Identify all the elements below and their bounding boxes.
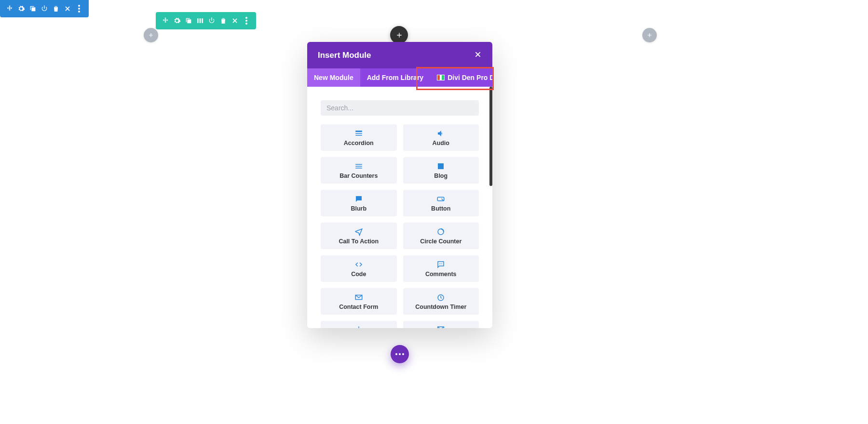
add-module-center[interactable] xyxy=(390,26,408,44)
module-grid: AccordionAudioBar CountersBlogBlurbButto… xyxy=(321,124,479,328)
modal-body: AccordionAudioBar CountersBlogBlurbButto… xyxy=(307,87,492,328)
close-icon[interactable] xyxy=(62,3,73,14)
page-settings-fab[interactable] xyxy=(391,345,409,363)
power-icon[interactable] xyxy=(39,3,50,14)
module-label: Accordion xyxy=(344,140,374,146)
module-item-code[interactable]: Code xyxy=(321,255,397,282)
close-icon[interactable] xyxy=(229,15,241,26)
divi-den-icon xyxy=(437,75,445,80)
module-item-contact-form[interactable]: Contact Form xyxy=(321,288,397,315)
tab-new-module[interactable]: New Module xyxy=(307,68,360,87)
add-module-right[interactable] xyxy=(642,28,657,42)
tab-add-from-library[interactable]: Add From Library xyxy=(360,68,430,87)
svg-rect-7 xyxy=(355,133,362,134)
move-icon[interactable] xyxy=(4,3,15,14)
module-item-button[interactable]: Button xyxy=(403,190,479,216)
insert-module-modal: Insert Module New Module Add From Librar… xyxy=(307,42,492,328)
module-label: Audio xyxy=(433,140,449,146)
module-item-countdown-timer[interactable]: Countdown Timer xyxy=(403,288,479,315)
module-label: Code xyxy=(351,271,366,278)
tab-label: Add From Library xyxy=(367,74,423,81)
scrollbar-thumb[interactable] xyxy=(489,87,492,186)
module-label: Contact Form xyxy=(339,304,378,310)
tab-label: New Module xyxy=(314,74,353,81)
svg-point-16 xyxy=(442,263,443,264)
trash-icon[interactable] xyxy=(50,3,62,14)
duplicate-icon[interactable] xyxy=(183,15,194,26)
close-icon[interactable] xyxy=(474,51,482,60)
module-label: Bar Counters xyxy=(339,172,378,179)
more-icon[interactable] xyxy=(73,3,85,14)
trash-icon[interactable] xyxy=(217,15,229,26)
svg-rect-8 xyxy=(355,135,362,136)
svg-point-14 xyxy=(439,263,440,264)
svg-point-4 xyxy=(245,20,247,22)
modal-title: Insert Module xyxy=(318,51,371,60)
module-item-partial-13[interactable] xyxy=(403,321,479,328)
module-item-accordion[interactable]: Accordion xyxy=(321,124,397,151)
module-item-circle-counter[interactable]: Circle Counter xyxy=(403,223,479,249)
tab-label: Divi Den Pro DM xyxy=(448,74,492,81)
modal-scroll-area[interactable]: AccordionAudioBar CountersBlogBlurbButto… xyxy=(307,87,492,328)
svg-point-2 xyxy=(78,11,80,13)
module-label: Blog xyxy=(434,172,448,179)
module-item-blog[interactable]: Blog xyxy=(403,157,479,184)
tab-divi-den-pro[interactable]: Divi Den Pro DM xyxy=(430,68,492,87)
module-label: Comments xyxy=(425,271,457,278)
module-label: Button xyxy=(431,205,450,212)
svg-rect-6 xyxy=(355,131,362,132)
module-item-partial-12[interactable] xyxy=(321,321,397,328)
more-icon[interactable] xyxy=(241,15,252,26)
module-label: Circle Counter xyxy=(420,238,461,245)
duplicate-icon[interactable] xyxy=(27,3,39,14)
modal-tabs: New Module Add From Library Divi Den Pro… xyxy=(307,68,492,87)
module-item-bar-counters[interactable]: Bar Counters xyxy=(321,157,397,184)
module-item-audio[interactable]: Audio xyxy=(403,124,479,151)
svg-rect-10 xyxy=(355,166,362,167)
module-label: Call To Action xyxy=(339,238,379,245)
power-icon[interactable] xyxy=(206,15,217,26)
module-item-blurb[interactable]: Blurb xyxy=(321,190,397,216)
module-label: Blurb xyxy=(351,205,366,212)
section-toolbar xyxy=(0,0,89,17)
modal-header: Insert Module xyxy=(307,42,492,68)
svg-rect-9 xyxy=(355,164,362,165)
search-input[interactable] xyxy=(321,100,479,116)
module-item-call-to-action[interactable]: Call To Action xyxy=(321,223,397,249)
svg-point-15 xyxy=(441,263,442,264)
move-icon[interactable] xyxy=(160,15,171,26)
gear-icon[interactable] xyxy=(171,15,183,26)
gear-icon[interactable] xyxy=(15,3,27,14)
module-label: Countdown Timer xyxy=(415,304,466,310)
svg-point-5 xyxy=(245,23,247,25)
row-toolbar xyxy=(156,12,256,29)
columns-icon[interactable] xyxy=(194,15,206,26)
svg-point-3 xyxy=(245,17,247,19)
add-module-left[interactable] xyxy=(144,28,158,42)
module-item-comments[interactable]: Comments xyxy=(403,255,479,282)
svg-point-0 xyxy=(78,5,80,7)
svg-point-1 xyxy=(78,8,80,10)
svg-rect-11 xyxy=(355,168,362,169)
